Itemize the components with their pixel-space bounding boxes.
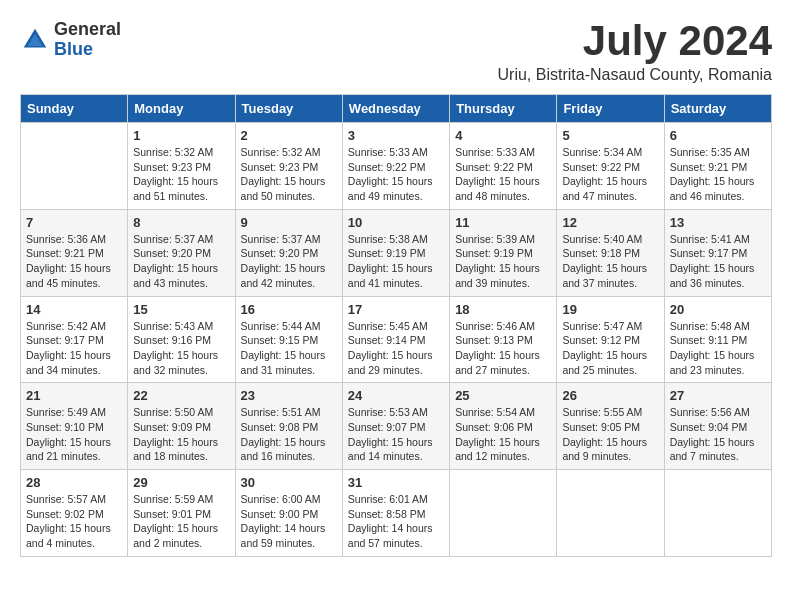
day-info: Sunrise: 5:49 AM Sunset: 9:10 PM Dayligh… <box>26 405 122 464</box>
calendar-cell: 7Sunrise: 5:36 AM Sunset: 9:21 PM Daylig… <box>21 209 128 296</box>
calendar-cell: 17Sunrise: 5:45 AM Sunset: 9:14 PM Dayli… <box>342 296 449 383</box>
day-info: Sunrise: 6:00 AM Sunset: 9:00 PM Dayligh… <box>241 492 337 551</box>
month-title: July 2024 <box>498 20 772 62</box>
day-info: Sunrise: 5:32 AM Sunset: 9:23 PM Dayligh… <box>241 145 337 204</box>
logo-general: General <box>54 20 121 40</box>
day-number: 9 <box>241 215 337 230</box>
calendar-cell: 5Sunrise: 5:34 AM Sunset: 9:22 PM Daylig… <box>557 123 664 210</box>
day-info: Sunrise: 5:33 AM Sunset: 9:22 PM Dayligh… <box>348 145 444 204</box>
calendar-cell: 18Sunrise: 5:46 AM Sunset: 9:13 PM Dayli… <box>450 296 557 383</box>
day-info: Sunrise: 5:48 AM Sunset: 9:11 PM Dayligh… <box>670 319 766 378</box>
day-info: Sunrise: 5:33 AM Sunset: 9:22 PM Dayligh… <box>455 145 551 204</box>
day-number: 22 <box>133 388 229 403</box>
day-info: Sunrise: 5:45 AM Sunset: 9:14 PM Dayligh… <box>348 319 444 378</box>
calendar-cell <box>664 470 771 557</box>
day-number: 26 <box>562 388 658 403</box>
calendar-cell: 14Sunrise: 5:42 AM Sunset: 9:17 PM Dayli… <box>21 296 128 383</box>
calendar-cell <box>450 470 557 557</box>
day-number: 2 <box>241 128 337 143</box>
calendar-header: SundayMondayTuesdayWednesdayThursdayFrid… <box>21 95 772 123</box>
day-info: Sunrise: 6:01 AM Sunset: 8:58 PM Dayligh… <box>348 492 444 551</box>
day-info: Sunrise: 5:44 AM Sunset: 9:15 PM Dayligh… <box>241 319 337 378</box>
calendar-cell: 31Sunrise: 6:01 AM Sunset: 8:58 PM Dayli… <box>342 470 449 557</box>
day-info: Sunrise: 5:34 AM Sunset: 9:22 PM Dayligh… <box>562 145 658 204</box>
calendar-cell: 21Sunrise: 5:49 AM Sunset: 9:10 PM Dayli… <box>21 383 128 470</box>
day-info: Sunrise: 5:36 AM Sunset: 9:21 PM Dayligh… <box>26 232 122 291</box>
day-info: Sunrise: 5:37 AM Sunset: 9:20 PM Dayligh… <box>241 232 337 291</box>
logo-text: General Blue <box>54 20 121 60</box>
day-info: Sunrise: 5:37 AM Sunset: 9:20 PM Dayligh… <box>133 232 229 291</box>
calendar-cell <box>21 123 128 210</box>
day-number: 13 <box>670 215 766 230</box>
page-header: General Blue July 2024 Uriu, Bistrita-Na… <box>20 20 772 84</box>
day-number: 10 <box>348 215 444 230</box>
calendar-cell: 16Sunrise: 5:44 AM Sunset: 9:15 PM Dayli… <box>235 296 342 383</box>
calendar-week-row: 21Sunrise: 5:49 AM Sunset: 9:10 PM Dayli… <box>21 383 772 470</box>
day-number: 20 <box>670 302 766 317</box>
day-number: 24 <box>348 388 444 403</box>
day-info: Sunrise: 5:51 AM Sunset: 9:08 PM Dayligh… <box>241 405 337 464</box>
calendar-cell: 2Sunrise: 5:32 AM Sunset: 9:23 PM Daylig… <box>235 123 342 210</box>
header-day: Sunday <box>21 95 128 123</box>
calendar-body: 1Sunrise: 5:32 AM Sunset: 9:23 PM Daylig… <box>21 123 772 557</box>
calendar-cell: 10Sunrise: 5:38 AM Sunset: 9:19 PM Dayli… <box>342 209 449 296</box>
calendar-cell: 8Sunrise: 5:37 AM Sunset: 9:20 PM Daylig… <box>128 209 235 296</box>
day-info: Sunrise: 5:59 AM Sunset: 9:01 PM Dayligh… <box>133 492 229 551</box>
day-info: Sunrise: 5:41 AM Sunset: 9:17 PM Dayligh… <box>670 232 766 291</box>
day-number: 12 <box>562 215 658 230</box>
calendar-cell: 26Sunrise: 5:55 AM Sunset: 9:05 PM Dayli… <box>557 383 664 470</box>
calendar-week-row: 14Sunrise: 5:42 AM Sunset: 9:17 PM Dayli… <box>21 296 772 383</box>
day-info: Sunrise: 5:42 AM Sunset: 9:17 PM Dayligh… <box>26 319 122 378</box>
calendar-week-row: 28Sunrise: 5:57 AM Sunset: 9:02 PM Dayli… <box>21 470 772 557</box>
day-info: Sunrise: 5:32 AM Sunset: 9:23 PM Dayligh… <box>133 145 229 204</box>
calendar-cell: 6Sunrise: 5:35 AM Sunset: 9:21 PM Daylig… <box>664 123 771 210</box>
header-day: Saturday <box>664 95 771 123</box>
logo: General Blue <box>20 20 121 60</box>
calendar-cell: 27Sunrise: 5:56 AM Sunset: 9:04 PM Dayli… <box>664 383 771 470</box>
day-number: 8 <box>133 215 229 230</box>
day-number: 5 <box>562 128 658 143</box>
day-number: 18 <box>455 302 551 317</box>
calendar-cell: 4Sunrise: 5:33 AM Sunset: 9:22 PM Daylig… <box>450 123 557 210</box>
day-info: Sunrise: 5:38 AM Sunset: 9:19 PM Dayligh… <box>348 232 444 291</box>
calendar-cell: 23Sunrise: 5:51 AM Sunset: 9:08 PM Dayli… <box>235 383 342 470</box>
day-info: Sunrise: 5:43 AM Sunset: 9:16 PM Dayligh… <box>133 319 229 378</box>
day-info: Sunrise: 5:54 AM Sunset: 9:06 PM Dayligh… <box>455 405 551 464</box>
day-number: 1 <box>133 128 229 143</box>
day-number: 3 <box>348 128 444 143</box>
day-info: Sunrise: 5:47 AM Sunset: 9:12 PM Dayligh… <box>562 319 658 378</box>
calendar-cell: 15Sunrise: 5:43 AM Sunset: 9:16 PM Dayli… <box>128 296 235 383</box>
header-day: Tuesday <box>235 95 342 123</box>
day-info: Sunrise: 5:55 AM Sunset: 9:05 PM Dayligh… <box>562 405 658 464</box>
day-number: 11 <box>455 215 551 230</box>
day-number: 16 <box>241 302 337 317</box>
day-number: 7 <box>26 215 122 230</box>
header-day: Wednesday <box>342 95 449 123</box>
day-info: Sunrise: 5:39 AM Sunset: 9:19 PM Dayligh… <box>455 232 551 291</box>
day-info: Sunrise: 5:53 AM Sunset: 9:07 PM Dayligh… <box>348 405 444 464</box>
calendar-table: SundayMondayTuesdayWednesdayThursdayFrid… <box>20 94 772 557</box>
logo-blue: Blue <box>54 40 121 60</box>
day-info: Sunrise: 5:46 AM Sunset: 9:13 PM Dayligh… <box>455 319 551 378</box>
day-number: 15 <box>133 302 229 317</box>
calendar-cell: 1Sunrise: 5:32 AM Sunset: 9:23 PM Daylig… <box>128 123 235 210</box>
calendar-cell: 28Sunrise: 5:57 AM Sunset: 9:02 PM Dayli… <box>21 470 128 557</box>
day-info: Sunrise: 5:56 AM Sunset: 9:04 PM Dayligh… <box>670 405 766 464</box>
header-day: Friday <box>557 95 664 123</box>
header-day: Thursday <box>450 95 557 123</box>
day-number: 21 <box>26 388 122 403</box>
calendar-cell: 25Sunrise: 5:54 AM Sunset: 9:06 PM Dayli… <box>450 383 557 470</box>
calendar-cell: 20Sunrise: 5:48 AM Sunset: 9:11 PM Dayli… <box>664 296 771 383</box>
day-info: Sunrise: 5:50 AM Sunset: 9:09 PM Dayligh… <box>133 405 229 464</box>
day-number: 14 <box>26 302 122 317</box>
calendar-cell: 13Sunrise: 5:41 AM Sunset: 9:17 PM Dayli… <box>664 209 771 296</box>
calendar-cell <box>557 470 664 557</box>
day-number: 25 <box>455 388 551 403</box>
calendar-cell: 19Sunrise: 5:47 AM Sunset: 9:12 PM Dayli… <box>557 296 664 383</box>
calendar-cell: 30Sunrise: 6:00 AM Sunset: 9:00 PM Dayli… <box>235 470 342 557</box>
calendar-cell: 24Sunrise: 5:53 AM Sunset: 9:07 PM Dayli… <box>342 383 449 470</box>
calendar-cell: 22Sunrise: 5:50 AM Sunset: 9:09 PM Dayli… <box>128 383 235 470</box>
calendar-week-row: 7Sunrise: 5:36 AM Sunset: 9:21 PM Daylig… <box>21 209 772 296</box>
calendar-cell: 3Sunrise: 5:33 AM Sunset: 9:22 PM Daylig… <box>342 123 449 210</box>
calendar-cell: 11Sunrise: 5:39 AM Sunset: 9:19 PM Dayli… <box>450 209 557 296</box>
